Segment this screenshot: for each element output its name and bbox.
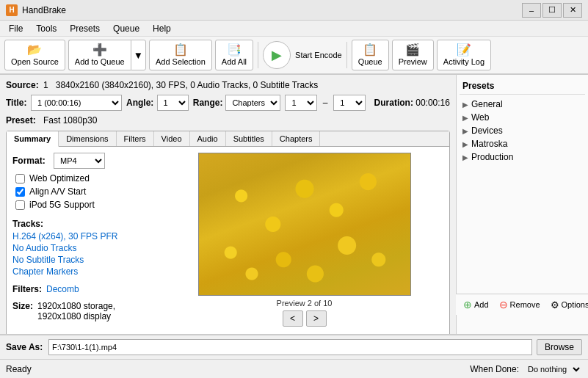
preset-group-devices[interactable]: ▶ Devices bbox=[460, 124, 585, 137]
right-panel: Presets ▶ General ▶ Web ▶ Devices ▶ Matr… bbox=[456, 75, 588, 334]
preset-options-button[interactable]: ⚙ Options bbox=[546, 298, 588, 312]
save-as-input[interactable] bbox=[48, 339, 532, 355]
preset-row: Preset: Fast 1080p30 bbox=[6, 113, 450, 128]
preset-remove-label: Remove bbox=[510, 300, 540, 309]
preview-label: Preview bbox=[399, 57, 427, 66]
toolbar: 📂 Open Source ➕ Add to Queue ▼ 📋 Add Sel… bbox=[0, 37, 588, 75]
tab-video[interactable]: Video bbox=[154, 131, 190, 146]
add-to-queue-button[interactable]: ➕ Add to Queue bbox=[68, 40, 131, 70]
preview-next-button[interactable]: > bbox=[306, 310, 327, 327]
add-to-queue-dropdown[interactable]: ▼ bbox=[131, 40, 146, 70]
tracks-audio: No Audio Tracks bbox=[12, 243, 159, 253]
align-av-checkbox[interactable] bbox=[15, 187, 25, 197]
app-icon: H bbox=[6, 4, 18, 16]
tracks-section: Tracks: H.264 (x264), 30 FPS PFR No Audi… bbox=[12, 219, 159, 277]
title-select[interactable]: 1 (00:00:16) bbox=[31, 95, 122, 111]
save-row: Save As: Browse bbox=[0, 334, 588, 359]
filters-value: Decomb bbox=[46, 284, 79, 294]
preset-remove-button[interactable]: ⊖ Remove bbox=[495, 297, 545, 312]
source-details: 3840x2160 (3840x2160), 30 FPS, 0 Audio T… bbox=[56, 80, 319, 90]
ipod-support-row: iPod 5G Support bbox=[12, 200, 159, 210]
size-value: 1920x1080 storage, 1920x1080 display bbox=[37, 301, 159, 321]
format-select[interactable]: MP4 MKV bbox=[54, 153, 105, 169]
presets-title: Presets bbox=[460, 78, 585, 95]
preset-arrow-general: ▶ bbox=[462, 101, 468, 109]
web-optimized-checkbox[interactable] bbox=[15, 174, 25, 183]
preview-button[interactable]: 🎬 Preview bbox=[392, 40, 434, 70]
size-label: Size: bbox=[12, 301, 33, 311]
format-panel: Format: MP4 MKV Web Optimized bbox=[12, 153, 159, 334]
add-to-queue-icon: ➕ bbox=[92, 44, 107, 56]
ipod-support-checkbox[interactable] bbox=[15, 200, 25, 210]
activity-log-label: Activity Log bbox=[443, 57, 484, 66]
preset-buttons: ⊕ Add ⊖ Remove ⚙ Options bbox=[456, 294, 588, 315]
add-to-queue-label: Add to Queue bbox=[75, 57, 125, 66]
add-selection-icon: 📋 bbox=[173, 44, 188, 56]
separator-1 bbox=[258, 42, 258, 68]
add-circle-icon: ⊕ bbox=[463, 299, 472, 310]
preset-group-production[interactable]: ▶ Production bbox=[460, 150, 585, 164]
preset-options-label: Options bbox=[562, 300, 588, 309]
queue-button[interactable]: 📋 Queue bbox=[352, 40, 389, 70]
align-av-row: Align A/V Start bbox=[12, 186, 159, 197]
preset-group-general[interactable]: ▶ General bbox=[460, 98, 585, 111]
preset-group-web[interactable]: ▶ Web bbox=[460, 111, 585, 124]
tab-filters[interactable]: Filters bbox=[117, 131, 154, 146]
preset-label: Preset: bbox=[6, 115, 39, 126]
main-wrapper: Source: 1 3840x2160 (3840x2160), 30 FPS,… bbox=[0, 75, 588, 334]
open-source-icon: 📂 bbox=[27, 44, 42, 56]
remove-circle-icon: ⊖ bbox=[499, 299, 508, 310]
menu-bar: File Tools Presets Queue Help bbox=[0, 21, 588, 37]
format-label: Format: bbox=[12, 156, 49, 166]
preview-prev-button[interactable]: < bbox=[283, 310, 303, 327]
when-done-select[interactable]: Do nothing bbox=[522, 361, 582, 377]
preset-value: Fast 1080p30 bbox=[43, 115, 97, 126]
size-section: Size: 1920x1080 storage, 1920x1080 displ… bbox=[12, 301, 159, 321]
minimize-button[interactable]: – bbox=[522, 3, 541, 18]
add-selection-button[interactable]: 📋 Add Selection bbox=[149, 40, 212, 70]
angle-label: Angle: bbox=[126, 98, 152, 108]
range-from-select[interactable]: 1 bbox=[285, 95, 316, 111]
open-source-button[interactable]: 📂 Open Source bbox=[4, 40, 65, 70]
menu-presets[interactable]: Presets bbox=[64, 22, 106, 35]
activity-log-button[interactable]: 📝 Activity Log bbox=[437, 40, 491, 70]
preset-group-matroska[interactable]: ▶ Matroska bbox=[460, 137, 585, 150]
preview-flowers bbox=[199, 153, 410, 295]
window-controls: – ☐ ✕ bbox=[522, 3, 582, 18]
maximize-button[interactable]: ☐ bbox=[542, 3, 562, 18]
tab-audio[interactable]: Audio bbox=[190, 131, 226, 146]
app-title: HandBrake bbox=[22, 5, 66, 15]
range-to-select[interactable]: 1 bbox=[333, 95, 365, 111]
angle-select[interactable]: 1 bbox=[157, 95, 189, 111]
tab-chapters[interactable]: Chapters bbox=[272, 131, 321, 146]
preset-arrow-devices: ▶ bbox=[462, 127, 468, 135]
preset-matroska-label: Matroska bbox=[471, 139, 507, 149]
tracks-chapter: Chapter Markers bbox=[12, 266, 159, 277]
preset-production-label: Production bbox=[471, 152, 513, 162]
activity-log-icon: 📝 bbox=[457, 44, 471, 56]
start-encode-icon: ▶ bbox=[272, 47, 282, 63]
queue-label: Queue bbox=[358, 57, 382, 66]
tab-summary[interactable]: Summary bbox=[7, 131, 59, 147]
menu-help[interactable]: Help bbox=[147, 22, 177, 35]
tab-subtitles[interactable]: Subtitles bbox=[226, 131, 272, 146]
preset-devices-label: Devices bbox=[471, 126, 503, 136]
preset-arrow-matroska: ▶ bbox=[462, 140, 468, 148]
duration-label: Duration: bbox=[374, 98, 412, 108]
menu-file[interactable]: File bbox=[3, 22, 29, 35]
close-button[interactable]: ✕ bbox=[563, 3, 582, 18]
range-dash: – bbox=[323, 98, 328, 108]
preset-arrow-production: ▶ bbox=[462, 153, 468, 161]
preset-add-button[interactable]: ⊕ Add bbox=[459, 297, 493, 312]
tab-dimensions[interactable]: Dimensions bbox=[59, 131, 116, 146]
add-all-button[interactable]: 📑 Add All bbox=[215, 40, 253, 70]
start-encode-button[interactable]: ▶ bbox=[263, 41, 291, 69]
menu-queue[interactable]: Queue bbox=[107, 22, 145, 35]
preview-label: Preview 2 of 10 bbox=[277, 299, 333, 308]
menu-tools[interactable]: Tools bbox=[30, 22, 62, 35]
status-bar-right: When Done: Do nothing bbox=[470, 361, 582, 377]
browse-button[interactable]: Browse bbox=[537, 339, 582, 355]
separator-2 bbox=[346, 42, 347, 68]
when-done-label: When Done: bbox=[470, 364, 519, 374]
range-type-select[interactable]: Chapters bbox=[225, 95, 280, 111]
